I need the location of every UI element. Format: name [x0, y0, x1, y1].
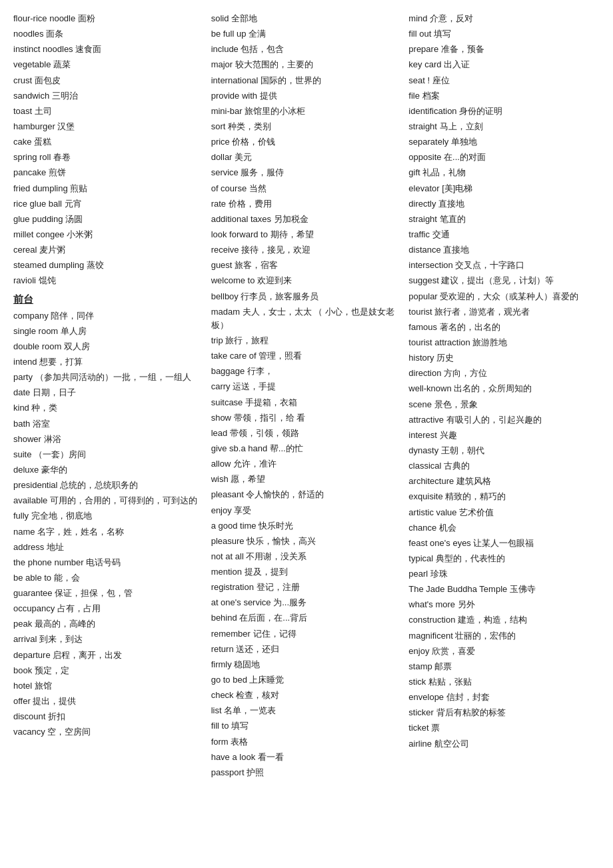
vocab-item: carry 运送，手提 — [211, 380, 402, 393]
vocab-item: occupancy 占有，占用 — [13, 602, 205, 615]
vocab-item: millet congee 小米粥 — [13, 228, 205, 241]
vocab-english: intersection — [408, 260, 452, 270]
vocab-english: bellboy — [211, 291, 239, 301]
vocab-item: sticker 背后有粘胶的标签 — [408, 706, 600, 719]
vocab-chinese: 票 — [429, 723, 440, 733]
vocab-english: available — [13, 495, 47, 505]
vocab-chinese: 信封，封套 — [444, 692, 490, 702]
vocab-english: scene — [408, 399, 432, 409]
vocab-english: fill to — [211, 721, 229, 731]
vocab-item: steamed dumpling 蒸饺 — [13, 259, 205, 272]
vocab-chinese: 全部地 — [229, 13, 257, 23]
vocab-english: presidential — [13, 480, 58, 490]
vocab-item: what's more 另外 — [408, 598, 600, 611]
vocab-chinese: 看一看 — [255, 752, 284, 762]
vocab-item: list 名单，一览表 — [211, 704, 402, 717]
vocab-item: mind 介意，反对 — [408, 12, 600, 25]
vocab-item: pleasure 快乐，愉快，高兴 — [211, 535, 402, 548]
vocab-english: guest — [211, 260, 233, 270]
vocab-item: sandwich 三明治 — [13, 89, 205, 103]
vocab-item: file 档案 — [408, 89, 600, 103]
vocab-chinese: 提出，提供 — [31, 696, 77, 706]
vocab-chinese: 服务，服侍 — [239, 167, 285, 177]
vocab-english: hotel — [13, 681, 32, 691]
vocab-chinese: 空，空房间 — [45, 727, 91, 737]
vocab-chinese: 送还，还归 — [234, 644, 280, 654]
vocab-item: identification 身份的证明 — [408, 105, 600, 118]
vocab-item: popular 受欢迎的，大众（或某种人）喜爱的 — [408, 290, 600, 303]
vocab-item: arrival 到来，到达 — [13, 633, 205, 646]
vocab-english: price — [211, 137, 230, 147]
vocab-item: suggest 建议，提出（意见，计划）等 — [408, 274, 600, 287]
vocab-item: direction 方向，方位 — [408, 367, 600, 380]
vocab-item: trip 旅行，旅程 — [211, 334, 402, 347]
vocab-item: pearl 珍珠 — [408, 567, 600, 581]
vocab-english: of course — [211, 183, 247, 193]
vocab-chinese: 档案 — [420, 91, 440, 101]
vocab-item: directly 直接地 — [408, 197, 600, 211]
vocab-english: take care of — [211, 351, 257, 361]
vocab-item: passport 护照 — [211, 766, 402, 779]
vocab-chinese: 日期，日子 — [30, 387, 76, 397]
vocab-item: ravioli 馄饨 — [13, 274, 205, 287]
vocab-english: enjoy — [211, 505, 232, 515]
vocab-item: spring roll 春卷 — [13, 151, 205, 164]
vocab-item: fried dumpling 煎贴 — [13, 182, 205, 195]
vocab-english: show — [211, 413, 231, 423]
vocab-item: shower 淋浴 — [13, 433, 205, 446]
vocab-item: wish 愿，希望 — [211, 473, 402, 486]
vocab-english: pearl — [408, 569, 428, 579]
vocab-english: international — [211, 75, 259, 85]
vocab-chinese: 接待，接见，欢迎 — [239, 245, 311, 255]
vocab-chinese: 上床睡觉 — [247, 675, 285, 685]
vocab-english: sort — [211, 121, 226, 131]
vocab-chinese: 价格，价钱 — [230, 137, 276, 147]
vocab-english: dollar — [211, 152, 233, 162]
vocab-item: interest 兴趣 — [408, 429, 600, 442]
vocab-item: form 表格 — [211, 735, 402, 749]
vocab-chinese: 带领，指引，给 看 — [231, 413, 305, 423]
vocab-chinese: 表格 — [229, 737, 249, 747]
vocab-item: available 可用的，合用的，可得到的，可到达的 — [13, 494, 205, 507]
vocab-chinese: 行李员，旅客服务员 — [239, 291, 319, 301]
vocab-english: sandwich — [13, 91, 49, 101]
vocab-chinese: 令人愉快的，舒适的 — [244, 489, 324, 499]
vocab-english: double room — [13, 341, 61, 351]
vocab-english: address — [13, 542, 44, 552]
vocab-item: typical 典型的，代表性的 — [408, 552, 600, 565]
vocab-english: lead — [211, 428, 228, 438]
vocab-chinese: 想要，打算 — [37, 357, 83, 367]
vocab-chinese: 机会 — [436, 523, 456, 533]
vocab-item: offer 提出，提供 — [13, 695, 205, 708]
vocab-item: take care of 管理，照看 — [211, 349, 402, 363]
vocab-english: deluxe — [13, 465, 39, 475]
vocab-item: intersection 交叉点，十字路口 — [408, 259, 600, 272]
vocab-item: magnificent 壮丽的，宏伟的 — [408, 629, 600, 643]
vocab-item: suite （一套）房间 — [13, 448, 205, 461]
vocab-english: remember — [211, 629, 251, 639]
vocab-item: crust 面包皮 — [13, 74, 205, 87]
vocab-english: well-known — [408, 383, 451, 393]
vocab-chinese: 座位 — [430, 75, 450, 85]
vocab-item: be able to 能，会 — [13, 571, 205, 585]
vocab-chinese: 完全地，彻底地 — [29, 511, 92, 521]
vocab-english: wish — [211, 474, 229, 484]
vocab-chinese: 小米粥 — [65, 229, 93, 239]
vocab-english: trip — [211, 335, 223, 345]
vocab-chinese: 总统的，总统职务的 — [58, 480, 139, 490]
vocab-item: provide with 提供 — [211, 89, 402, 103]
vocab-english: receive — [211, 245, 239, 255]
vocab-chinese: 双人房 — [61, 341, 90, 351]
vocab-english: tourist — [408, 307, 432, 317]
vocab-english: noodles — [13, 29, 44, 39]
vocab-chinese: 启程，离开，出发 — [51, 650, 123, 660]
vocab-item: service 服务，服侍 — [211, 166, 402, 179]
vocab-english: discount — [13, 711, 45, 721]
vocab-english: famous — [408, 322, 437, 332]
vocab-item: presidential 总统的，总统职务的 — [13, 479, 205, 492]
vocab-item: name 名字，姓，姓名，名称 — [13, 525, 205, 539]
vocab-chinese: 旅馆里的小冰柜 — [243, 106, 306, 116]
vocab-item: pancake 煎饼 — [13, 166, 205, 179]
vocab-chinese: 景色，景象 — [432, 399, 478, 409]
vocab-english: distance — [408, 245, 440, 255]
